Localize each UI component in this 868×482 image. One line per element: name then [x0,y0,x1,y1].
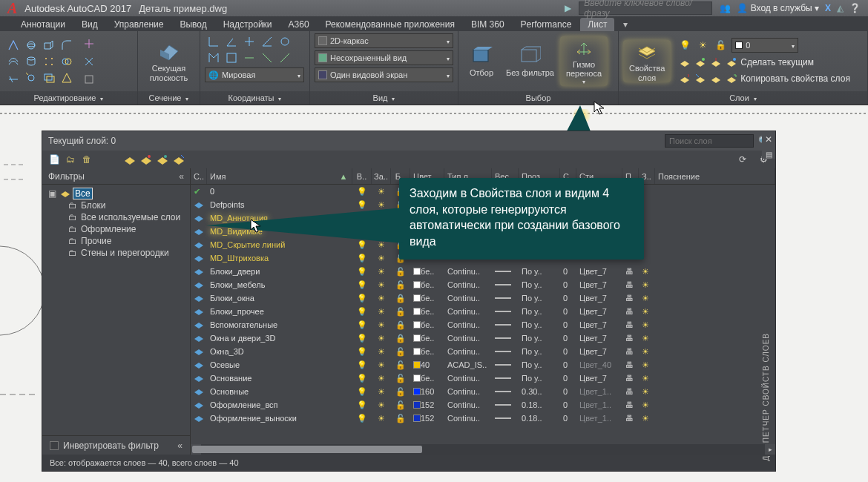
misc-tool-2-icon[interactable] [80,53,98,70]
layer-search-input[interactable] [665,134,754,148]
color-swatch[interactable] [413,348,421,355]
ucs-8-icon[interactable] [240,50,258,66]
offset-icon[interactable] [4,53,22,70]
sun-icon[interactable]: ☀ [696,39,709,52]
color-swatch[interactable] [413,321,421,329]
no-filter-button[interactable]: Без фильтра [500,44,560,77]
layer-row[interactable]: Окна_3D💡☀🔓 бе..Continu..По у..0Цвет_7🖶☀ [191,345,775,358]
layer-state-1-icon[interactable] [124,153,136,165]
lock-closed-icon[interactable]: 🔒 [395,320,406,330]
color-swatch[interactable] [413,401,421,409]
color-swatch[interactable] [413,388,421,395]
printer-icon[interactable]: 🖶 [625,307,634,316]
printer-icon[interactable]: 🖶 [625,414,634,423]
bulb-icon[interactable]: 💡 [357,267,367,277]
exchange-icon[interactable]: X [825,3,831,13]
tab-performance[interactable]: Performance [513,18,579,31]
bulb-icon[interactable]: 💡 [357,294,367,303]
tab-output[interactable]: Вывод [172,18,214,31]
fillet-icon[interactable] [58,37,76,53]
printer-icon[interactable]: 🖶 [625,360,634,369]
filter-design[interactable]: 🗀Оформление [68,223,185,235]
layer-row[interactable]: Блоки_окна💡☀🔒 бе..Continu..По у..0Цвет_7… [191,291,775,305]
tab-manage[interactable]: Управление [107,18,171,31]
sun-freeze-icon[interactable]: ☀ [378,374,385,383]
ucs-10-icon[interactable] [276,50,294,66]
bulb-icon[interactable]: 💡 [357,307,367,317]
color-swatch[interactable] [413,361,421,369]
layer-tool-6-icon[interactable] [694,72,707,85]
filter-other[interactable]: 🗀Прочие [68,235,185,247]
bulb-icon[interactable]: 💡 [357,414,367,423]
lock-open-icon[interactable]: 🔓 [395,307,406,317]
layer-row[interactable]: Блоки_прочее💡☀🔓 бе..Continu..По у..0Цвет… [191,305,775,318]
layer-row[interactable]: Осевые💡☀🔓 40ACAD_IS..По у..0Цвет_40🖶☀ [191,358,775,372]
lock-open-icon[interactable]: 🔓 [395,360,406,370]
new-vp-sun-icon[interactable]: ☀ [642,294,649,303]
printer-icon[interactable]: 🖶 [625,347,634,356]
search-play-icon[interactable]: ▶ [565,3,571,13]
printer-icon[interactable]: 🖶 [625,267,634,276]
printer-icon[interactable]: 🖶 [625,374,634,383]
printer-icon[interactable]: 🖶 [625,320,634,329]
ucs-1-icon[interactable] [205,33,223,50]
layer-tool-3-icon[interactable] [709,56,723,69]
layer-tool-5-icon[interactable] [678,72,691,85]
layer-row[interactable]: Блоки_мебель💡☀🔓 бе..Continu..По у..0Цвет… [191,278,775,291]
layer-state-3-icon[interactable] [157,153,168,165]
delete-layer-icon[interactable]: 🗑 [81,153,93,165]
ribbon-expand-icon[interactable]: ▾ [616,18,635,31]
col-on[interactable]: В.. [352,168,372,184]
bulb-icon[interactable]: 💡 [357,320,367,330]
ucs-2-icon[interactable] [223,33,240,50]
bulb-icon[interactable]: 💡 [357,334,367,343]
filter-all-used[interactable]: 🗀Все используемые слои [68,211,185,223]
match-layer-link[interactable]: Копировать свойства слоя [740,73,850,84]
extrude-icon[interactable] [4,37,22,53]
new-vp-sun-icon[interactable]: ☀ [642,360,649,370]
sun-freeze-icon[interactable]: ☀ [378,187,385,197]
lock-open-icon[interactable]: 🔓 [395,280,406,290]
close-icon[interactable]: ✕ [765,134,772,145]
layer-state-2-icon[interactable] [140,153,152,165]
bulb-icon[interactable]: 💡 [357,360,367,370]
sun-freeze-icon[interactable]: ☀ [378,387,385,397]
sun-freeze-icon[interactable]: ☀ [378,347,385,357]
sun-freeze-icon[interactable]: ☀ [378,320,385,330]
bulb-icon[interactable]: 💡 [357,280,367,290]
current-layer-combo[interactable]: 0 [731,38,798,53]
sun-freeze-icon[interactable]: ☀ [378,280,385,290]
new-vp-sun-icon[interactable]: ☀ [642,347,649,357]
visual-style-combo[interactable]: 2D-каркас [315,33,453,48]
keyword-search-input[interactable]: Введите ключевое слово/фразу [579,1,712,15]
select-cull-button[interactable]: Отбор [463,44,500,77]
filter-walls[interactable]: 🗀Стены и перегородки [68,247,185,259]
viewport-combo[interactable]: Один видовой экран [315,67,453,82]
help-icon[interactable]: ❔ [849,3,861,13]
make-current-link[interactable]: Сделать текущим [740,57,814,67]
tab-sheet[interactable]: Лист [580,18,614,31]
layer-row[interactable]: Основание💡☀🔓 бе..Continu..По у..0Цвет_7🖶… [191,372,775,385]
col-description[interactable]: Пояснение [655,168,775,184]
slice-icon[interactable] [4,70,22,86]
edge-sphere-icon[interactable] [22,70,40,86]
printer-icon[interactable]: 🖶 [625,280,634,289]
layer-row[interactable]: Оформление_выноски💡☀🔓 152Continu..0.18..… [191,412,775,425]
lock-open-icon[interactable]: 🔓 [395,414,406,423]
bulb-icon[interactable]: 💡 [357,347,367,357]
color-swatch[interactable] [413,374,421,382]
sign-in-dropdown[interactable]: 👤 Вход в службы ▾ [737,3,819,13]
ucs-3-icon[interactable] [240,33,258,50]
lock-open-icon[interactable]: 🔓 [395,374,406,383]
sun-freeze-icon[interactable]: ☀ [378,254,385,263]
col-name[interactable]: Имя▲ [207,168,352,184]
color-swatch[interactable] [413,281,421,288]
people-icon[interactable]: 👥 [720,3,731,13]
lock-closed-icon[interactable]: 🔒 [395,294,406,303]
bulb-icon[interactable]: 💡 [357,187,367,197]
tab-featured[interactable]: Рекомендованные приложения [318,18,462,31]
layer-row[interactable]: Вспомогательные💡☀🔒 бе..Continu..По у..0Ц… [191,318,775,331]
new-layer-vp-icon[interactable]: 🗂 [65,153,76,165]
color-swatch[interactable] [413,308,421,315]
misc-tool-3-icon[interactable] [80,71,98,88]
